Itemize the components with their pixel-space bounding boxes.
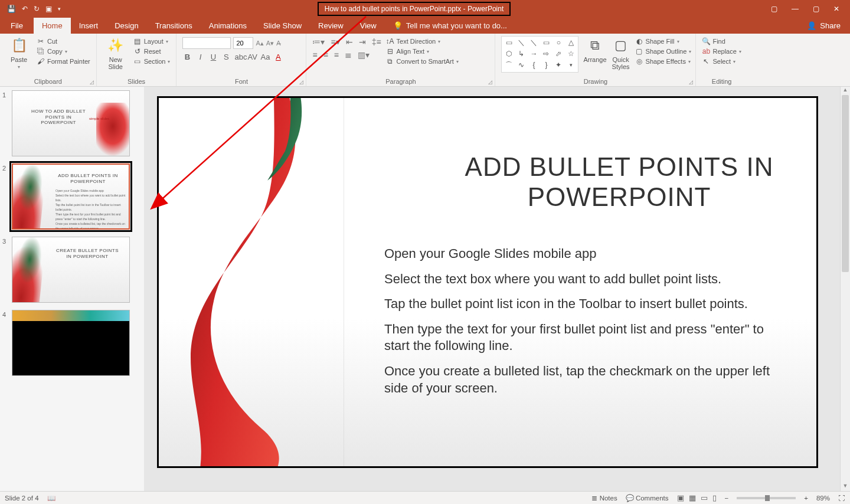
fit-window-icon[interactable]: ⛶ [838, 495, 845, 502]
clear-formatting-icon[interactable]: A̶ [276, 40, 281, 47]
share-button[interactable]: 👤 Share [797, 21, 850, 30]
outline-icon: ▢ [635, 47, 643, 55]
save-icon[interactable]: 💾 [7, 5, 16, 13]
thumbnail-3[interactable]: 3 CREATE BULLET POINTS IN POWERPOINT [2, 237, 142, 303]
reset-button[interactable]: ↺Reset [133, 47, 171, 55]
slide-editor[interactable]: ADD BULLET POINTS IN POWERPOINT Open you… [144, 87, 850, 491]
thumbnail-2[interactable]: 2 ADD BULLET POINTS IN POWERPOINT Open y… [2, 163, 142, 230]
underline-button[interactable]: U [208, 53, 218, 61]
ribbon-display-icon[interactable]: ▢ [771, 5, 777, 13]
tab-home[interactable]: Home [34, 18, 71, 34]
italic-button[interactable]: I [195, 53, 205, 61]
find-icon: 🔍 [702, 37, 710, 45]
shape-outline-button[interactable]: ▢Shape Outline ▾ [635, 47, 692, 55]
change-case-button[interactable]: Aa [260, 53, 270, 61]
section-button[interactable]: ▭Section ▾ [133, 57, 171, 66]
maximize-icon[interactable]: ▢ [813, 5, 819, 13]
select-icon: ↖ [702, 57, 710, 66]
align-right-button[interactable]: ≡ [334, 50, 339, 60]
comments-button[interactable]: 💬 Comments [626, 494, 669, 502]
brush-icon: 🖌 [37, 57, 45, 66]
shape-fill-button[interactable]: ◐Shape Fill ▾ [635, 37, 692, 45]
find-button[interactable]: 🔍Find [702, 37, 741, 45]
tab-transitions[interactable]: Transitions [147, 18, 201, 34]
align-center-button[interactable]: ≡ [323, 50, 328, 60]
zoom-level[interactable]: 89% [816, 495, 830, 502]
tab-view[interactable]: View [352, 18, 385, 34]
paragraph-launcher-icon[interactable]: ◿ [488, 79, 492, 85]
convert-smartart-button[interactable]: ⧉Convert to SmartArt ▾ [386, 57, 459, 66]
font-size-input[interactable] [233, 37, 253, 49]
layout-button[interactable]: ▤Layout ▾ [133, 37, 171, 45]
bullets-button[interactable]: ≔▾ [312, 37, 325, 47]
new-slide-button[interactable]: ✨ New Slide [103, 36, 129, 70]
char-spacing-button[interactable]: AV [247, 53, 257, 61]
copy-button[interactable]: ⿻Copy ▾ [37, 47, 90, 55]
tab-design[interactable]: Design [106, 18, 146, 34]
slideshow-view-icon[interactable]: ▯ [712, 493, 717, 502]
start-from-beginning-icon[interactable]: ▣ [45, 5, 52, 13]
paste-button[interactable]: 📋 Paste ▾ [6, 36, 32, 70]
scroll-up-icon[interactable]: ▲ [841, 87, 850, 95]
cut-button[interactable]: ✂Cut [37, 37, 90, 45]
increase-font-icon[interactable]: A▴ [256, 40, 263, 47]
shape-effects-button[interactable]: ◎Shape Effects ▾ [635, 57, 692, 66]
slide-body[interactable]: Open your Google Slides mobile app Selec… [384, 246, 786, 405]
align-left-button[interactable]: ≡ [312, 50, 317, 60]
close-icon[interactable]: ✕ [833, 5, 839, 13]
thumbnail-4[interactable]: 4 [2, 310, 142, 376]
minimize-icon[interactable]: — [792, 5, 799, 13]
font-launcher-icon[interactable]: ◿ [299, 79, 303, 85]
slide-thumbnails-panel[interactable]: 1 HOW TO ADD BULLET POINTS IN POWERPOINT… [0, 87, 144, 491]
quick-styles-button[interactable]: ▢ Quick Styles [612, 36, 630, 70]
format-painter-button[interactable]: 🖌Format Painter [37, 57, 90, 66]
tab-slide-show[interactable]: Slide Show [255, 18, 310, 34]
slide-title[interactable]: ADD BULLET POINTS IN POWERPOINT [436, 152, 802, 212]
thumbnail-1[interactable]: 1 HOW TO ADD BULLET POINTS IN POWERPOINT… [2, 90, 142, 156]
drawing-label: Drawing [584, 78, 607, 85]
tab-animations[interactable]: Animations [201, 18, 255, 34]
tab-review[interactable]: Review [310, 18, 352, 34]
zoom-out-icon[interactable]: − [725, 495, 729, 502]
scroll-thumb[interactable] [842, 95, 849, 272]
justify-button[interactable]: ≣ [345, 50, 352, 60]
shapes-gallery[interactable]: ▭＼＼▭○△ ⬡↳→⇨⬀☆ ⌒∿{}✦▾ [501, 36, 578, 73]
align-text-button[interactable]: ⊟Align Text ▾ [386, 47, 459, 55]
scroll-down-icon[interactable]: ▼ [841, 483, 850, 491]
strike-button[interactable]: S [221, 53, 231, 61]
zoom-slider[interactable] [737, 497, 796, 499]
normal-view-icon[interactable]: ▣ [677, 493, 684, 502]
font-color-button[interactable]: A [273, 53, 283, 61]
drawing-launcher-icon[interactable]: ◿ [689, 79, 693, 85]
numbering-button[interactable]: ≡▾ [331, 37, 339, 47]
bold-button[interactable]: B [182, 53, 192, 61]
current-slide[interactable]: ADD BULLET POINTS IN POWERPOINT Open you… [157, 96, 818, 468]
tab-insert[interactable]: Insert [71, 18, 107, 34]
tab-file[interactable]: File [0, 18, 34, 34]
vertical-scrollbar[interactable]: ▲ ▼ [840, 87, 850, 491]
slide-counter[interactable]: Slide 2 of 4 [5, 495, 39, 502]
sorter-view-icon[interactable]: ▦ [689, 493, 696, 502]
arrange-button[interactable]: ⧉ Arrange [583, 36, 606, 63]
increase-indent-button[interactable]: ⇥ [359, 37, 366, 47]
undo-icon[interactable]: ↶ [22, 5, 28, 13]
decrease-indent-button[interactable]: ⇤ [346, 37, 353, 47]
select-button[interactable]: ↖Select ▾ [702, 57, 741, 66]
title-bar: 💾 ↶ ↻ ▣ ▾ How to add bullet points in Po… [0, 0, 850, 18]
spellcheck-icon[interactable]: 📖 [47, 494, 55, 502]
tell-me-search[interactable]: 💡 Tell me what you want to do... [385, 18, 515, 34]
clipboard-launcher-icon[interactable]: ◿ [90, 79, 94, 85]
redo-icon[interactable]: ↻ [34, 5, 40, 13]
zoom-in-icon[interactable]: + [804, 495, 808, 502]
decrease-font-icon[interactable]: A▾ [266, 40, 274, 47]
line-spacing-button[interactable]: ‡≡ [372, 37, 381, 47]
shadow-button[interactable]: abc [234, 53, 244, 61]
font-name-input[interactable] [182, 37, 231, 49]
columns-button[interactable]: ▥▾ [358, 50, 370, 60]
notes-button[interactable]: ≣ Notes [591, 494, 617, 502]
text-direction-button[interactable]: ↕AText Direction ▾ [386, 37, 459, 45]
qat-more-icon[interactable]: ▾ [58, 6, 61, 12]
replace-button[interactable]: abReplace ▾ [702, 47, 741, 55]
section-icon: ▭ [133, 57, 142, 66]
reading-view-icon[interactable]: ▭ [701, 493, 708, 502]
